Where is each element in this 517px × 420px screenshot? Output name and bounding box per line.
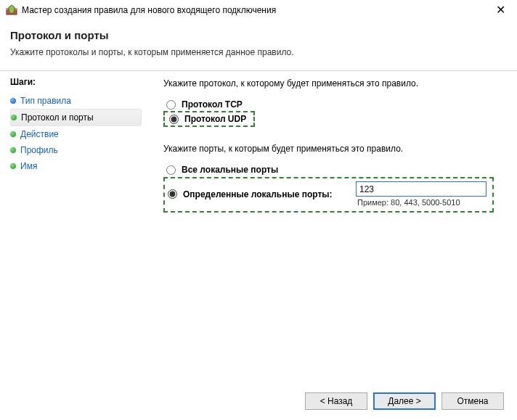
protocol-udp-option[interactable]: Протокол UDP bbox=[166, 113, 249, 125]
ports-specific-radio[interactable] bbox=[168, 189, 177, 199]
close-button[interactable]: ✕ bbox=[492, 4, 510, 16]
ports-all-radio[interactable] bbox=[166, 165, 176, 175]
bullet-icon bbox=[11, 115, 17, 120]
step-rule-type[interactable]: Тип правила bbox=[10, 93, 142, 109]
window-title: Мастер создания правила для нового входя… bbox=[22, 5, 276, 15]
ports-prompt: Укажите порты, к которым будет применять… bbox=[163, 144, 498, 154]
protocol-udp-highlight: Протокол UDP bbox=[163, 111, 255, 127]
step-label[interactable]: Тип правила bbox=[20, 96, 71, 106]
page-title: Протокол и порты bbox=[10, 29, 507, 41]
ports-example: Пример: 80, 443, 5000-5010 bbox=[356, 198, 460, 207]
back-button[interactable]: < Назад bbox=[305, 392, 367, 410]
protocol-prompt: Укажите протокол, к которому будет приме… bbox=[163, 78, 498, 88]
cancel-button[interactable]: Отмена bbox=[441, 392, 504, 410]
steps-panel: Шаги: Тип правила Протокол и порты Дейст… bbox=[0, 71, 142, 376]
header: Протокол и порты Укажите протоколы и пор… bbox=[0, 19, 517, 66]
step-name[interactable]: Имя bbox=[10, 158, 142, 174]
steps-heading: Шаги: bbox=[10, 77, 142, 87]
page-subtitle: Укажите протоколы и порты, к которым при… bbox=[10, 47, 507, 57]
step-label[interactable]: Имя bbox=[20, 161, 37, 171]
step-profile[interactable]: Профиль bbox=[10, 142, 142, 158]
content-panel: Укажите протокол, к которому будет приме… bbox=[142, 71, 517, 376]
step-label[interactable]: Профиль bbox=[20, 145, 58, 155]
protocol-udp-radio[interactable] bbox=[169, 115, 179, 124]
titlebar: Мастер создания правила для нового входя… bbox=[0, 0, 517, 19]
protocol-tcp-radio[interactable] bbox=[166, 100, 176, 110]
bullet-icon bbox=[10, 131, 16, 137]
protocol-udp-label: Протокол UDP bbox=[184, 114, 246, 124]
ports-all-option[interactable]: Все локальные порты bbox=[163, 164, 498, 176]
firewall-icon bbox=[6, 4, 17, 16]
step-label: Протокол и порты bbox=[21, 112, 94, 123]
ports-input[interactable] bbox=[356, 181, 487, 197]
footer-buttons: < Назад Далее > Отмена bbox=[305, 392, 504, 410]
bullet-icon bbox=[10, 98, 16, 104]
bullet-icon bbox=[10, 147, 16, 153]
ports-all-label: Все локальные порты bbox=[182, 165, 278, 175]
step-action[interactable]: Действие bbox=[10, 126, 142, 142]
step-label[interactable]: Действие bbox=[20, 129, 59, 139]
protocol-tcp-label: Протокол TCP bbox=[182, 99, 243, 110]
ports-specific-highlight: Определенные локальные порты: Пример: 80… bbox=[163, 177, 494, 213]
next-button[interactable]: Далее > bbox=[373, 392, 436, 410]
ports-specific-label: Определенные локальные порты: bbox=[183, 189, 333, 199]
step-protocol-ports[interactable]: Протокол и порты bbox=[10, 109, 142, 126]
bullet-icon bbox=[10, 163, 16, 169]
protocol-tcp-option[interactable]: Протокол TCP bbox=[163, 99, 498, 110]
